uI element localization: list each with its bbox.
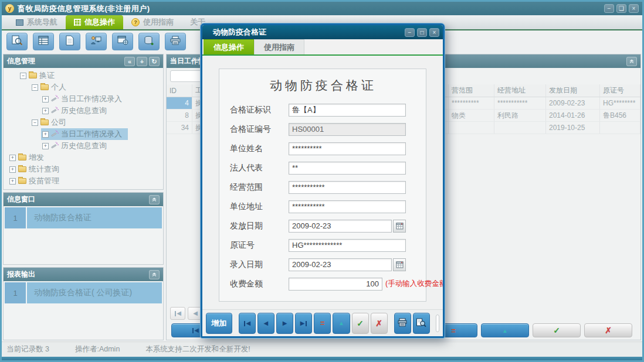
column-header: 发放日期	[546, 84, 600, 97]
field-input-2[interactable]	[289, 142, 406, 155]
info-window-item[interactable]: 1动物防疫合格证	[5, 207, 162, 228]
expand-toggle-icon[interactable]: −	[32, 119, 38, 126]
database-add-button[interactable]	[138, 33, 160, 50]
tab-system-nav[interactable]: 系统导航	[8, 15, 66, 29]
confirm-record-button[interactable]: ✓	[533, 323, 581, 337]
expand-toggle-icon[interactable]: +	[42, 143, 49, 149]
tree-item[interactable]: +历史信息查询	[41, 105, 113, 117]
collapse-left-icon[interactable]: «	[124, 57, 135, 66]
report-output-item[interactable]: 1动物防疫合格证( 公司换证)	[5, 282, 162, 303]
dialog-close-button[interactable]: ×	[429, 28, 439, 37]
prev-button[interactable]: ◀	[257, 313, 274, 334]
delete-icon: =	[320, 319, 325, 327]
next-button[interactable]: ▶	[276, 313, 293, 334]
add-icon[interactable]: +	[137, 57, 147, 66]
calendar-button[interactable]	[393, 220, 406, 233]
field-input-0[interactable]	[289, 104, 406, 117]
expand-toggle-icon[interactable]: −	[20, 73, 26, 79]
dialog-tab-info-operation[interactable]: 信息操作	[204, 39, 254, 54]
tab-user-guide[interactable]: ? 使用指南	[123, 15, 182, 29]
table-cell: 物类	[449, 110, 494, 121]
window-close-button[interactable]: ×	[629, 4, 639, 13]
edit-button[interactable]: ▲	[333, 313, 350, 334]
delete-button[interactable]: =	[314, 313, 331, 334]
tree-item[interactable]: +当日工作情况录入	[41, 93, 128, 105]
tree-item[interactable]: +疫苗管理	[8, 175, 65, 187]
tree-item[interactable]: −个人	[30, 81, 72, 93]
tree-item[interactable]: +统计查询	[8, 163, 65, 175]
tab-info-operation[interactable]: 信息操作	[66, 15, 123, 29]
cancel-record-button[interactable]: ✗	[584, 323, 632, 337]
row-index: 1	[5, 207, 27, 228]
collapse-up-icon[interactable]	[149, 270, 160, 279]
expand-toggle-icon[interactable]: +	[42, 96, 49, 103]
collapse-up-icon[interactable]	[626, 57, 637, 66]
expand-toggle-icon[interactable]: +	[9, 166, 16, 173]
document-button[interactable]	[59, 33, 80, 50]
field-input-1[interactable]	[289, 123, 406, 136]
edit-record-button[interactable]: ▲	[481, 323, 529, 337]
form-row: 合格证编号	[230, 122, 416, 136]
tree-item[interactable]: +历史信息查询	[41, 140, 113, 152]
cancel-button[interactable]: ✗	[371, 313, 388, 334]
tree-item-label: 历史信息查询	[61, 141, 107, 151]
expand-toggle-icon[interactable]: +	[9, 155, 16, 161]
search-preview-button[interactable]	[6, 33, 28, 50]
form-view-button[interactable]	[33, 33, 54, 50]
print-button[interactable]	[394, 313, 411, 334]
dialog-toolbar: 增加◀◀▶▶=▲✓✗	[202, 309, 443, 336]
expand-toggle-icon[interactable]: +	[42, 108, 49, 114]
calendar-button[interactable]	[393, 258, 406, 271]
expand-toggle-icon[interactable]: +	[9, 178, 16, 185]
preview-button[interactable]	[413, 313, 430, 334]
dialog-minimize-button[interactable]: −	[405, 28, 415, 37]
tree-item[interactable]: −公司	[30, 117, 72, 128]
expand-toggle-icon[interactable]: −	[32, 84, 38, 91]
window-restore-button[interactable]: ❏	[616, 4, 626, 13]
tree-item[interactable]: +当日工作情况录入	[41, 128, 128, 140]
column-header: ID	[167, 84, 192, 97]
confirm-button[interactable]: ✓	[352, 313, 369, 334]
field-input-8[interactable]	[289, 258, 392, 271]
confirm-icon: ✓	[553, 326, 560, 335]
window-globe-button[interactable]	[112, 33, 133, 50]
table-cell: 利民路	[494, 110, 546, 121]
window-minimize-button[interactable]: −	[604, 4, 614, 13]
tree-item-label: 当日工作情况录入	[61, 94, 122, 104]
column-header: 原证号	[600, 84, 640, 97]
row-label: 动物防疫合格证	[27, 207, 162, 228]
wand-icon	[51, 142, 59, 151]
field-input-5[interactable]	[289, 200, 406, 213]
prev-icon: ◀	[264, 320, 269, 326]
field-label: 录入日期	[230, 259, 289, 270]
user-terminal-button[interactable]	[86, 33, 107, 50]
print-setup-button[interactable]	[165, 33, 186, 50]
folder-icon	[18, 166, 26, 172]
pager-first-button[interactable]: ◀	[170, 307, 185, 320]
field-input-3[interactable]	[289, 162, 406, 175]
form-row: 单位姓名	[230, 142, 416, 155]
refresh-icon[interactable]: ↻	[149, 57, 160, 66]
dialog-scrollbar[interactable]	[436, 315, 439, 332]
report-output-panel: 报表输出 1动物防疫合格证( 公司换证)	[3, 267, 164, 340]
field-input-4[interactable]	[289, 181, 406, 194]
dialog-maximize-button[interactable]: □	[417, 28, 427, 37]
first-button[interactable]: ◀	[239, 313, 256, 334]
expand-toggle-icon[interactable]: +	[42, 131, 49, 138]
add-record-button[interactable]: 增加	[206, 313, 232, 334]
column-header: 经营地址	[494, 84, 546, 97]
field-label: 单位地址	[230, 202, 289, 212]
dialog-tab-user-guide[interactable]: 使用指南	[254, 39, 304, 54]
certificate-dialog: 动物防疫合格证 − □ × 信息操作 使用指南 动物防疫合格证 合格证标识合格证…	[201, 23, 445, 338]
last-button[interactable]: ▶	[295, 313, 312, 334]
window-square-icon	[16, 19, 23, 26]
field-input-7[interactable]	[289, 239, 406, 252]
field-input-6[interactable]	[289, 220, 392, 233]
tree-item[interactable]: −换证	[19, 70, 60, 81]
field-input-9[interactable]	[289, 278, 382, 291]
app-logo-icon: y	[5, 4, 14, 13]
info-window-panel: 信息窗口 1动物防疫合格证	[3, 192, 164, 265]
collapse-up-icon[interactable]	[149, 195, 160, 204]
printer-icon	[397, 318, 408, 328]
tree-item[interactable]: +增发	[8, 152, 50, 163]
